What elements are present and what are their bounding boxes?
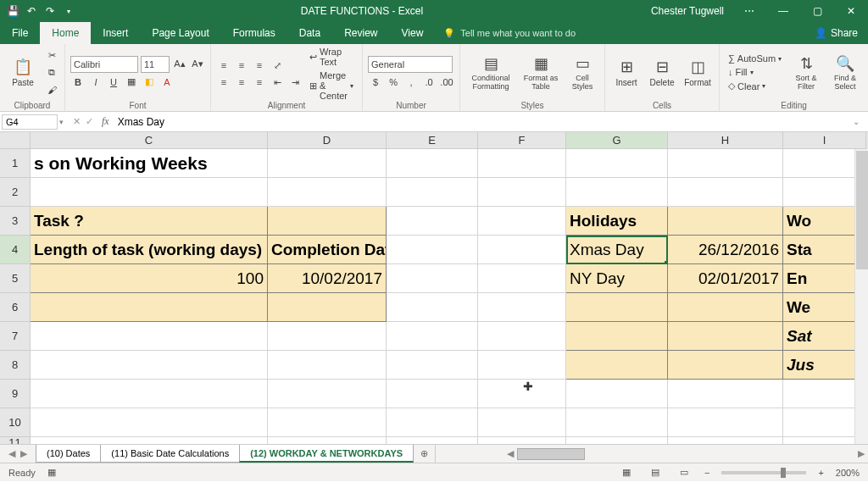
cell-g1[interactable]: [566, 149, 668, 178]
sort-filter-button[interactable]: ⇅ Sort & Filter: [788, 47, 824, 98]
zoom-level[interactable]: 200%: [836, 468, 860, 478]
close-icon[interactable]: ✕: [834, 0, 868, 22]
conditional-formatting-button[interactable]: ▤ Conditional Formatting: [465, 47, 516, 98]
zoom-slider-thumb[interactable]: [781, 468, 786, 478]
vertical-scrollbar-thumb[interactable]: [856, 151, 868, 269]
delete-cells-button[interactable]: ⊟ Delete: [646, 47, 678, 98]
increase-decimal-icon[interactable]: .0: [421, 75, 437, 90]
format-cells-button[interactable]: ◫ Format: [682, 47, 714, 98]
italic-button[interactable]: I: [88, 75, 103, 90]
fill-color-icon[interactable]: ◧: [142, 75, 157, 90]
qat-customize-icon[interactable]: ▾: [63, 5, 75, 17]
cell-g10[interactable]: [566, 408, 668, 437]
tell-me-input[interactable]: 💡 Tell me what you want to do: [443, 22, 576, 44]
format-painter-icon[interactable]: 🖌: [44, 82, 59, 97]
minimize-icon[interactable]: —: [766, 0, 800, 22]
font-size-select[interactable]: 11: [141, 56, 170, 73]
cancel-formula-icon[interactable]: ✕: [73, 116, 81, 127]
cell-g4[interactable]: Xmas Day: [566, 236, 668, 264]
cell-d11[interactable]: [268, 437, 387, 444]
cell-d7[interactable]: [268, 322, 387, 351]
tab-formulas[interactable]: Formulas: [221, 22, 287, 44]
row-header-1[interactable]: 1: [0, 149, 31, 178]
row-header-3[interactable]: 3: [0, 207, 31, 236]
cell-g5[interactable]: NY Day: [566, 264, 668, 293]
cell-h8[interactable]: [668, 351, 783, 380]
cell-h2[interactable]: [668, 178, 783, 207]
col-header-f[interactable]: F: [478, 132, 566, 149]
ribbon-options-icon[interactable]: ⋯: [732, 0, 766, 22]
tab-data[interactable]: Data: [287, 22, 332, 44]
cell-c3[interactable]: Task ?: [31, 207, 268, 236]
insert-cells-button[interactable]: ⊞ Insert: [610, 47, 643, 98]
cell-h7[interactable]: [668, 322, 783, 351]
tab-insert[interactable]: Insert: [91, 22, 140, 44]
add-sheet-icon[interactable]: ⊕: [413, 445, 435, 463]
h-scroll-thumb[interactable]: [517, 448, 585, 460]
cell-h9[interactable]: [668, 380, 783, 408]
cell-f3[interactable]: [478, 207, 566, 236]
cell-g6[interactable]: [566, 293, 668, 322]
decrease-font-icon[interactable]: A▾: [190, 57, 205, 72]
cell-h3[interactable]: [668, 207, 783, 236]
align-middle-icon[interactable]: ≡: [234, 58, 249, 73]
row-header-6[interactable]: 6: [0, 293, 31, 322]
cell-c1[interactable]: s on Working Weeks: [31, 149, 268, 178]
row-header-5[interactable]: 5: [0, 264, 31, 293]
cell-f4[interactable]: [478, 236, 566, 264]
cell-f8[interactable]: [478, 351, 566, 380]
name-box-dropdown-icon[interactable]: ▾: [59, 118, 68, 126]
cell-f11[interactable]: [478, 437, 566, 444]
col-header-d[interactable]: D: [268, 132, 387, 149]
cell-g11[interactable]: [566, 437, 668, 444]
percent-icon[interactable]: %: [386, 75, 401, 90]
save-icon[interactable]: 💾: [7, 5, 19, 17]
share-button[interactable]: 👤 Share: [804, 22, 868, 44]
row-header-7[interactable]: 7: [0, 322, 31, 351]
increase-indent-icon[interactable]: ⇥: [287, 75, 303, 90]
cell-c6[interactable]: [31, 293, 268, 322]
tab-review[interactable]: Review: [332, 22, 389, 44]
cell-h1[interactable]: [668, 149, 783, 178]
paste-button[interactable]: 📋 Paste: [5, 47, 41, 98]
cell-h11[interactable]: [668, 437, 783, 444]
select-all-corner[interactable]: [0, 132, 31, 149]
page-layout-view-icon[interactable]: ▤: [647, 466, 664, 480]
align-bottom-icon[interactable]: ≡: [252, 58, 267, 73]
cell-c5[interactable]: 100: [31, 264, 268, 293]
ws-nav-prev-icon[interactable]: ◀: [8, 448, 15, 459]
cell-e10[interactable]: [387, 408, 478, 437]
align-top-icon[interactable]: ≡: [216, 58, 231, 73]
cell-h10[interactable]: [668, 408, 783, 437]
number-format-select[interactable]: General: [368, 56, 453, 73]
cell-g8[interactable]: [566, 351, 668, 380]
name-box[interactable]: G4: [2, 114, 58, 130]
align-center-icon[interactable]: ≡: [234, 75, 249, 90]
cell-e1[interactable]: [387, 149, 478, 178]
wrap-text-button[interactable]: ↩Wrap Text: [306, 46, 357, 68]
vertical-scrollbar[interactable]: [854, 149, 868, 444]
fill-button[interactable]: ↓Fill▾: [725, 66, 785, 78]
user-name[interactable]: Chester Tugwell: [643, 5, 732, 17]
cell-d8[interactable]: [268, 351, 387, 380]
find-select-button[interactable]: 🔍 Find & Select: [827, 47, 863, 98]
cell-h4[interactable]: 26/12/2016: [668, 236, 783, 264]
cell-c4[interactable]: Length of task (working days): [31, 236, 268, 264]
col-header-e[interactable]: E: [387, 132, 478, 149]
cell-h5[interactable]: 02/01/2017: [668, 264, 783, 293]
zoom-slider[interactable]: [721, 471, 806, 474]
cell-e11[interactable]: [387, 437, 478, 444]
decrease-indent-icon[interactable]: ⇤: [270, 75, 285, 90]
cell-c8[interactable]: [31, 351, 268, 380]
accounting-icon[interactable]: $: [368, 75, 383, 90]
copy-icon[interactable]: ⧉: [44, 65, 59, 80]
ws-tab-basic-date[interactable]: (11) Basic Date Calculations: [100, 445, 240, 463]
cell-f1[interactable]: [478, 149, 566, 178]
h-scroll-left-icon[interactable]: ◀: [504, 448, 517, 459]
cell-h6[interactable]: [668, 293, 783, 322]
autosum-button[interactable]: ∑AutoSum▾: [725, 53, 785, 64]
cell-g2[interactable]: [566, 178, 668, 207]
cell-f10[interactable]: [478, 408, 566, 437]
cell-e2[interactable]: [387, 178, 478, 207]
align-left-icon[interactable]: ≡: [216, 75, 231, 90]
